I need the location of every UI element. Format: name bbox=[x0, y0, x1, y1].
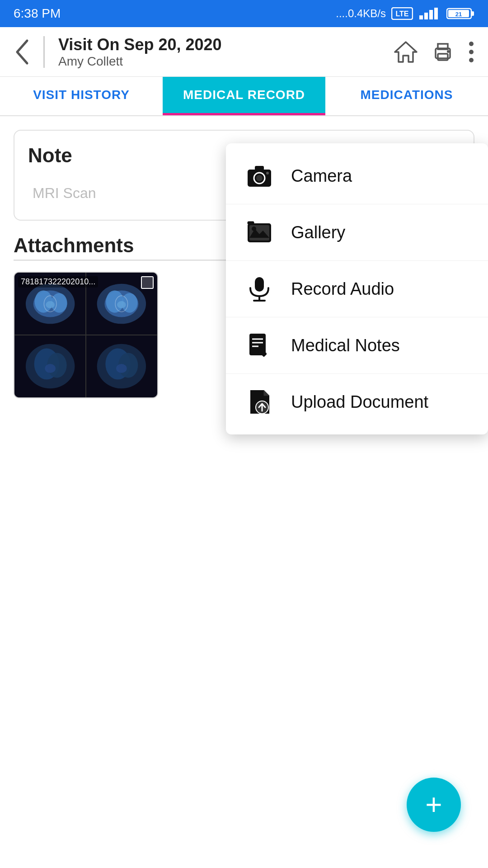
upload-document-menu-item[interactable]: Upload Document bbox=[226, 374, 488, 430]
attachment-label: 781817322202010... bbox=[18, 276, 98, 288]
svg-rect-13 bbox=[438, 54, 448, 60]
svg-rect-4 bbox=[429, 10, 433, 19]
gallery-menu-item[interactable]: Gallery bbox=[226, 204, 488, 261]
attachment-checkbox[interactable] bbox=[141, 276, 154, 289]
tab-medications[interactable]: MEDICATIONS bbox=[325, 77, 488, 115]
svg-point-15 bbox=[469, 42, 474, 46]
svg-rect-2 bbox=[419, 15, 423, 19]
svg-rect-5 bbox=[434, 8, 438, 19]
signal-bars bbox=[418, 7, 441, 20]
svg-point-26 bbox=[46, 301, 55, 308]
svg-rect-3 bbox=[424, 13, 428, 19]
svg-point-54 bbox=[252, 226, 256, 231]
svg-point-39 bbox=[45, 364, 56, 373]
header-title-block: Visit On Sep 20, 2020 Amy Collett bbox=[58, 35, 385, 69]
upload-document-icon bbox=[244, 387, 275, 417]
medical-notes-menu-item[interactable]: Medical Notes bbox=[226, 317, 488, 374]
medical-notes-icon bbox=[244, 330, 275, 361]
svg-rect-56 bbox=[255, 277, 264, 292]
patient-name: Amy Collett bbox=[58, 54, 385, 69]
status-time: 6:38 PM bbox=[14, 6, 61, 21]
microphone-icon bbox=[244, 274, 275, 304]
camera-label: Camera bbox=[291, 166, 352, 186]
svg-text:LTE: LTE bbox=[395, 10, 408, 18]
print-icon[interactable] bbox=[431, 40, 455, 64]
camera-icon bbox=[244, 160, 275, 191]
network-type: LTE bbox=[391, 7, 413, 20]
tab-bar: VISIT HISTORY MEDICAL RECORD MEDICATIONS bbox=[0, 77, 488, 116]
main-content: Note MRI Scan Attachments bbox=[0, 116, 488, 412]
svg-marker-10 bbox=[395, 42, 417, 62]
header-actions bbox=[394, 40, 474, 64]
visit-title: Visit On Sep 20, 2020 bbox=[58, 35, 385, 54]
tab-medical-record[interactable]: MEDICAL RECORD bbox=[163, 77, 325, 115]
home-icon[interactable] bbox=[394, 40, 418, 64]
status-right: ....0.4KB/s LTE 21 bbox=[336, 7, 474, 20]
record-audio-label: Record Audio bbox=[291, 279, 394, 299]
camera-menu-item[interactable]: Camera bbox=[226, 148, 488, 204]
svg-point-50 bbox=[266, 172, 269, 175]
upload-document-label: Upload Document bbox=[291, 392, 428, 412]
status-bar: 6:38 PM ....0.4KB/s LTE 21 bbox=[0, 0, 488, 27]
medical-notes-label: Medical Notes bbox=[291, 336, 400, 355]
more-options-icon[interactable] bbox=[468, 40, 474, 64]
svg-rect-55 bbox=[248, 222, 254, 224]
svg-text:21: 21 bbox=[455, 11, 462, 18]
network-speed: ....0.4KB/s bbox=[336, 7, 386, 20]
note-title: Note bbox=[28, 144, 72, 167]
tab-visit-history[interactable]: VISIT HISTORY bbox=[0, 77, 163, 115]
attachment-thumbnail[interactable]: 781817322202010... bbox=[14, 272, 158, 398]
header: Visit On Sep 20, 2020 Amy Collett bbox=[0, 27, 488, 77]
svg-rect-49 bbox=[255, 166, 264, 170]
svg-point-48 bbox=[256, 175, 263, 181]
svg-point-43 bbox=[116, 364, 127, 373]
svg-point-14 bbox=[447, 50, 450, 53]
dropdown-menu: Camera Gallery bbox=[226, 143, 488, 434]
battery: 21 bbox=[446, 7, 474, 20]
gallery-label: Gallery bbox=[291, 223, 345, 242]
svg-point-17 bbox=[469, 58, 474, 62]
svg-rect-7 bbox=[471, 11, 474, 16]
gallery-icon bbox=[244, 217, 275, 248]
header-divider bbox=[43, 36, 45, 68]
record-audio-menu-item[interactable]: Record Audio bbox=[226, 261, 488, 317]
svg-point-16 bbox=[469, 50, 474, 54]
fab-add-button[interactable]: + bbox=[407, 778, 461, 832]
svg-point-31 bbox=[117, 301, 126, 308]
back-button[interactable] bbox=[14, 38, 30, 66]
